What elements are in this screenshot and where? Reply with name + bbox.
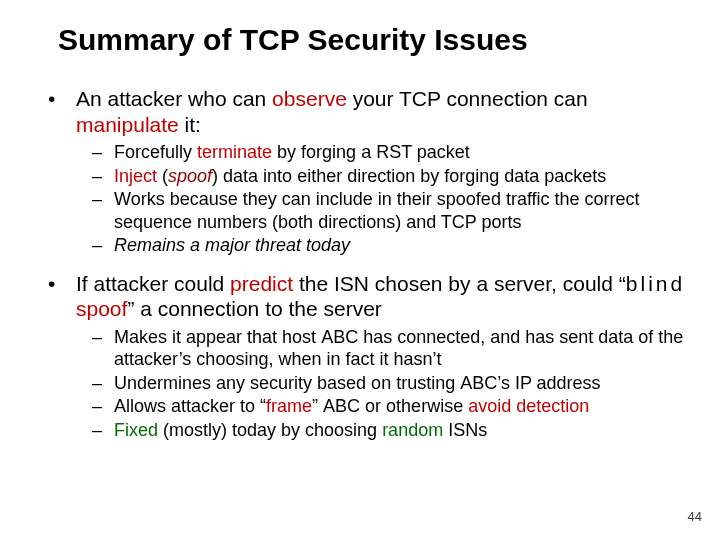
text: Forcefully <box>114 142 197 162</box>
text: ISNs <box>443 420 487 440</box>
text: If attacker could <box>76 272 230 295</box>
bullet-1: An attacker who can observe your TCP con… <box>42 86 690 257</box>
text: “ <box>619 272 626 295</box>
text-manipulate: manipulate <box>76 113 179 136</box>
text: your TCP connection can <box>347 87 588 110</box>
text-spoof: spoof <box>76 297 127 320</box>
sub-item: Inject (spoof) data into either directio… <box>76 165 690 188</box>
sub-item: Forcefully terminate by forging a RST pa… <box>76 141 690 164</box>
text: ) data into either direction by forging … <box>212 166 606 186</box>
text-inject: Inject <box>114 166 157 186</box>
text: the ISN chosen by a server, could <box>293 272 619 295</box>
text-abc: ABC <box>323 396 360 416</box>
sub-list-2: Makes it appear that host ABC has connec… <box>76 326 690 442</box>
text-remains-threat: Remains a major threat today <box>114 235 350 255</box>
sub-item: Allows attacker to “frame” ABC or otherw… <box>76 395 690 418</box>
text: Works because they can include in their … <box>114 189 640 232</box>
text-terminate: terminate <box>197 142 272 162</box>
text: ’s IP address <box>497 373 600 393</box>
slide-title: Summary of TCP Security Issues <box>0 0 720 58</box>
text: An attacker who can <box>76 87 272 110</box>
text-random: random <box>382 420 443 440</box>
text-fixed: Fixed <box>114 420 158 440</box>
sub-item: Remains a major threat today <box>76 234 690 257</box>
text-avoid-detection: avoid detection <box>468 396 589 416</box>
text: (mostly) today by choosing <box>158 420 382 440</box>
text-observe: observe <box>272 87 347 110</box>
text: or otherwise <box>360 396 468 416</box>
sub-item: Fixed (mostly) today by choosing random … <box>76 419 690 442</box>
bullet-list: An attacker who can observe your TCP con… <box>42 86 690 441</box>
text: Makes it appear that host <box>114 327 321 347</box>
sub-item: Works because they can include in their … <box>76 188 690 233</box>
page-number: 44 <box>688 509 702 524</box>
text-blind: blind <box>626 272 685 295</box>
text: it: <box>179 113 201 136</box>
text-predict: predict <box>230 272 293 295</box>
text-spoof: spoof <box>168 166 212 186</box>
text: ” <box>312 396 323 416</box>
text-abc: ABC <box>321 327 358 347</box>
bullet-2: If attacker could predict the ISN chosen… <box>42 271 690 442</box>
sub-item: Makes it appear that host ABC has connec… <box>76 326 690 371</box>
text: a connection to the server <box>134 297 381 320</box>
text-abc: ABC <box>460 373 497 393</box>
text: Allows attacker to “ <box>114 396 266 416</box>
text-frame: frame <box>266 396 312 416</box>
text: by forging a RST packet <box>272 142 470 162</box>
slide: Summary of TCP Security Issues An attack… <box>0 0 720 540</box>
sub-list-1: Forcefully terminate by forging a RST pa… <box>76 141 690 257</box>
sub-item: Undermines any security based on trustin… <box>76 372 690 395</box>
text: Undermines any security based on trustin… <box>114 373 460 393</box>
text: ( <box>157 166 168 186</box>
